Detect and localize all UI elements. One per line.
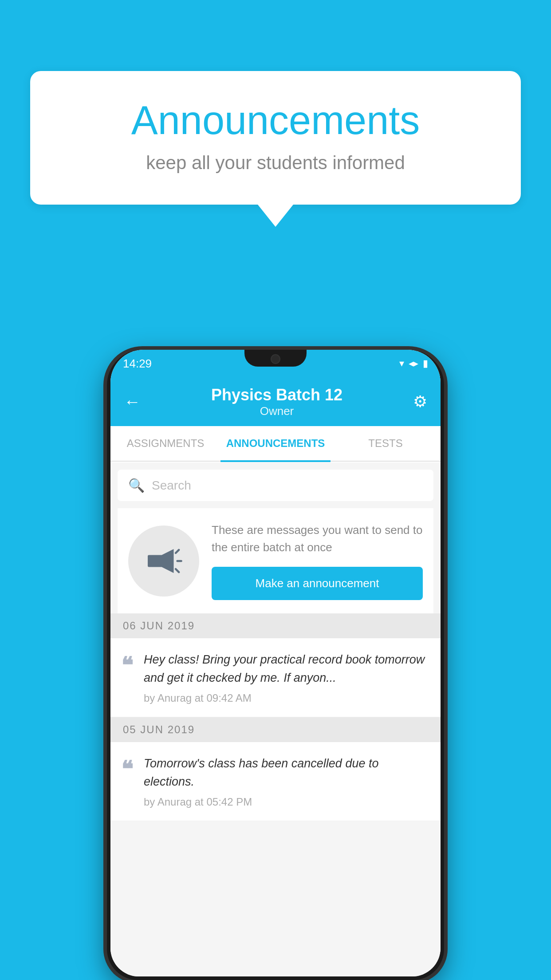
phone-notch: [244, 350, 307, 367]
wifi-icon: ▾: [399, 358, 404, 369]
tab-announcements[interactable]: ANNOUNCEMENTS: [220, 425, 331, 462]
header-center: Physics Batch 12 Owner: [141, 386, 413, 418]
announcement-item-1: ❝ Hey class! Bring your practical record…: [110, 638, 441, 717]
header-subtitle: Owner: [141, 404, 413, 418]
tab-assignments[interactable]: ASSIGNMENTS: [110, 425, 220, 462]
content-area: 🔍 Search These are messages you want to …: [110, 462, 441, 976]
quote-icon-2: ❝: [121, 758, 133, 780]
megaphone-icon: [144, 541, 184, 581]
speech-bubble: Announcements keep all your students inf…: [30, 71, 521, 205]
status-time: 14:29: [123, 357, 152, 371]
cta-right: These are messages you want to send to t…: [212, 522, 423, 600]
svg-rect-1: [148, 555, 153, 567]
phone-camera: [271, 354, 280, 364]
date-separator-2: 05 JUN 2019: [110, 717, 441, 742]
bubble-tail: [258, 205, 293, 227]
phone-screen: 14:29 ▾ ◂▸ ▮ ← Physics Batch 12 Owner ⚙ …: [110, 350, 441, 976]
announcement-text-2: Tomorrow's class has been cancelled due …: [144, 755, 428, 808]
app-header: ← Physics Batch 12 Owner ⚙: [110, 377, 441, 426]
cta-description: These are messages you want to send to t…: [212, 522, 423, 556]
announcement-text-1: Hey class! Bring your practical record b…: [144, 651, 428, 704]
back-button[interactable]: ←: [124, 392, 141, 411]
announcement-item-2: ❝ Tomorrow's class has been cancelled du…: [110, 742, 441, 821]
svg-marker-0: [152, 549, 174, 573]
bubble-title: Announcements: [66, 98, 485, 143]
signal-icon: ◂▸: [409, 358, 418, 369]
battery-icon: ▮: [423, 358, 428, 369]
announcement-message-1: Hey class! Bring your practical record b…: [144, 651, 428, 687]
tab-tests[interactable]: TESTS: [331, 425, 441, 462]
date-separator-1: 06 JUN 2019: [110, 613, 441, 638]
svg-line-2: [176, 549, 179, 553]
announcement-author-1: by Anurag at 09:42 AM: [144, 692, 428, 704]
tab-bar: ASSIGNMENTS ANNOUNCEMENTS TESTS: [110, 426, 441, 462]
make-announcement-button[interactable]: Make an announcement: [212, 567, 423, 600]
search-icon: 🔍: [128, 478, 145, 493]
status-icons: ▾ ◂▸ ▮: [399, 358, 428, 369]
quote-icon-1: ❝: [121, 654, 133, 676]
phone-mockup: 14:29 ▾ ◂▸ ▮ ← Physics Batch 12 Owner ⚙ …: [107, 350, 444, 980]
svg-line-4: [176, 569, 179, 572]
announcement-message-2: Tomorrow's class has been cancelled due …: [144, 755, 428, 790]
search-bar[interactable]: 🔍 Search: [118, 470, 433, 501]
megaphone-circle: [128, 526, 199, 597]
search-placeholder: Search: [152, 478, 191, 493]
header-title: Physics Batch 12: [141, 386, 413, 404]
bubble-subtitle: keep all your students informed: [66, 152, 485, 174]
announcement-cta: These are messages you want to send to t…: [118, 508, 433, 613]
announcement-author-2: by Anurag at 05:42 PM: [144, 796, 428, 808]
speech-bubble-container: Announcements keep all your students inf…: [30, 71, 521, 227]
settings-button[interactable]: ⚙: [413, 392, 427, 411]
